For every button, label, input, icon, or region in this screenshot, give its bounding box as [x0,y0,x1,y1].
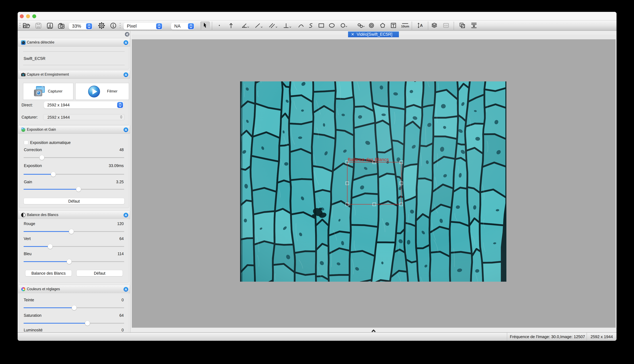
svg-text:Balance des Blancs: Balance des Blancs [348,157,389,162]
svg-text:A: A [420,23,423,28]
svg-text:10um: 10um [401,25,409,28]
svg-text:CSV: CSV [444,24,448,27]
